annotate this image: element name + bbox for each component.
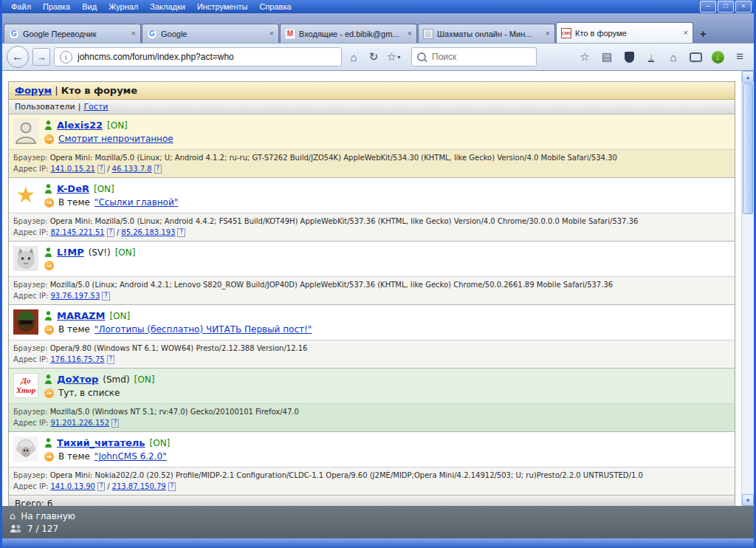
- tab-close-icon[interactable]: ×: [684, 29, 688, 37]
- user-avatar-default-person[interactable]: [13, 119, 38, 144]
- user-row: Alexis22 [ON] → Смотрит непрочитанное: [9, 114, 735, 178]
- footer-home-link[interactable]: На главную: [21, 511, 75, 521]
- guests-link[interactable]: Гости: [83, 102, 108, 112]
- menu-help[interactable]: Справка: [253, 1, 297, 12]
- scrollbar-track[interactable]: [742, 83, 754, 494]
- window-controls: – □ ×: [700, 1, 754, 13]
- browser-label: Браузер:: [13, 281, 47, 289]
- menu-bar: Файл Правка Вид Журнал Закладки Инструме…: [2, 0, 754, 13]
- online-status-badge: [ON]: [109, 311, 130, 321]
- user-avatar-cat[interactable]: [13, 246, 38, 271]
- adblock-shield-icon[interactable]: [621, 48, 637, 66]
- subnav-divider: |: [78, 102, 81, 112]
- ip-link[interactable]: 93.76.197.53: [50, 292, 100, 300]
- menu-view[interactable]: Вид: [76, 1, 103, 12]
- whois-link[interactable]: ?: [111, 419, 119, 428]
- scroll-down-button[interactable]: ▼: [742, 494, 754, 506]
- reading-list-icon[interactable]: ▤: [599, 48, 615, 66]
- hamburger-menu-icon[interactable]: ≡: [732, 48, 748, 66]
- whois-link[interactable]: ?: [154, 165, 162, 174]
- vertical-scrollbar[interactable]: ▲ ▼: [741, 71, 754, 506]
- ip-link[interactable]: 85.26.183.193: [121, 228, 175, 236]
- forward-button[interactable]: →: [32, 48, 50, 66]
- tab-google-translate[interactable]: G Google Переводчик ×: [4, 24, 141, 43]
- home-small-icon[interactable]: ⌂: [346, 48, 362, 66]
- green-download-icon: ↓: [712, 51, 724, 64]
- home-icon[interactable]: ⌂: [665, 48, 681, 66]
- menu-tools[interactable]: Инструменты: [191, 1, 254, 12]
- browser-value: Opera Mini: Mozilla/5.0 (Linux; Android …: [50, 217, 639, 225]
- users-online-icon: [10, 524, 22, 532]
- online-user-icon: [44, 120, 52, 130]
- whois-link[interactable]: ?: [107, 355, 114, 364]
- user-name-link[interactable]: ДоХтор: [57, 374, 98, 385]
- restore-button[interactable]: □: [718, 1, 734, 13]
- tab-close-icon[interactable]: ×: [408, 30, 412, 38]
- whois-link[interactable]: ?: [177, 228, 185, 237]
- url-bar[interactable]: i johncms.com/forum/index.php?act=who: [54, 47, 342, 66]
- whois-link[interactable]: ?: [107, 228, 114, 237]
- menu-bookmarks[interactable]: Закладки: [144, 1, 191, 12]
- activity-link[interactable]: Смотрит непрочитанное: [58, 134, 173, 144]
- savefrom-extension-icon[interactable]: ↓: [709, 48, 726, 66]
- ip-label: Адрес IP:: [13, 292, 48, 300]
- ip-link[interactable]: 213.87.150.79: [112, 482, 166, 490]
- tab-close-icon[interactable]: ×: [546, 30, 550, 38]
- chess-favicon-icon: ♘: [423, 29, 433, 39]
- ip-separator: /: [117, 228, 119, 236]
- ip-link[interactable]: 91.201.226.152: [50, 419, 109, 427]
- scroll-up-button[interactable]: ▲: [742, 71, 754, 83]
- user-name-link[interactable]: L!MP: [57, 247, 84, 258]
- tab-chess-online[interactable]: ♘ Шахматы онлайн - Мин... ×: [418, 24, 555, 43]
- user-suffix: (SV!): [89, 247, 111, 258]
- tab-google[interactable]: G Google ×: [142, 24, 279, 43]
- user-name-link[interactable]: Тихий_читатель: [57, 437, 145, 448]
- scrollbar-thumb[interactable]: [743, 83, 753, 214]
- new-tab-button[interactable]: +: [694, 24, 712, 42]
- toolbar-icons: ☆ ▤ ↓ ⌂ ↓ ≡: [577, 48, 749, 66]
- ip-label: Адрес IP:: [13, 165, 48, 173]
- menu-file[interactable]: Файл: [5, 1, 37, 12]
- back-button[interactable]: ←: [7, 46, 29, 68]
- activity-link[interactable]: "JohnCMS 6.2.0": [94, 451, 167, 462]
- menu-edit[interactable]: Правка: [37, 1, 76, 12]
- minimize-button[interactable]: –: [700, 1, 716, 13]
- user-name-link[interactable]: MARAZM: [57, 310, 105, 321]
- downloads-icon[interactable]: ↓: [643, 48, 659, 66]
- tab-close-icon[interactable]: ×: [131, 30, 136, 38]
- user-name-link[interactable]: Alexis22: [57, 120, 103, 131]
- search-box[interactable]: [411, 47, 537, 66]
- bookmark-star-icon[interactable]: ☆: [577, 48, 593, 66]
- whois-link[interactable]: ?: [97, 165, 105, 174]
- user-avatar-text[interactable]: До Хтор: [13, 373, 38, 398]
- shield-icon: [625, 52, 634, 63]
- user-avatar-face-sunglasses[interactable]: [13, 309, 38, 335]
- search-input[interactable]: [430, 51, 531, 63]
- quick-access-dropdown[interactable]: ☆ ▾: [385, 48, 402, 66]
- tab-close-icon[interactable]: ×: [269, 30, 274, 38]
- ip-link[interactable]: 141.0.13.90: [50, 482, 94, 490]
- user-avatar-sheep[interactable]: [13, 436, 38, 462]
- menu-history[interactable]: Журнал: [103, 1, 144, 12]
- tab-who-in-forum-active[interactable]: CMS Кто в форуме ×: [556, 22, 693, 43]
- user-name-link[interactable]: K-DeR: [57, 183, 89, 194]
- ip-link[interactable]: 46.133.7.8: [112, 165, 152, 173]
- user-row: Тихий_читатель [ON] → В теме "JohnCMS 6.…: [9, 432, 735, 496]
- whois-link[interactable]: ?: [97, 482, 105, 491]
- speech-bubble-icon: [690, 52, 702, 62]
- ip-link[interactable]: 82.145.221.51: [50, 228, 104, 236]
- tab-gmail-inbox[interactable]: M Входящие - ed.bibik@gm... ×: [280, 24, 417, 43]
- whois-link[interactable]: ?: [168, 482, 176, 491]
- user-avatar-star[interactable]: ★: [13, 182, 38, 208]
- url-text[interactable]: johncms.com/forum/index.php?act=who: [78, 52, 234, 62]
- site-info-icon[interactable]: i: [60, 51, 72, 64]
- close-button[interactable]: ×: [735, 1, 752, 13]
- reload-icon[interactable]: ↻: [365, 48, 382, 66]
- forum-link[interactable]: Форум: [15, 85, 52, 96]
- ip-link[interactable]: 176.116.75.75: [50, 355, 104, 363]
- ip-link[interactable]: 141.0.15.21: [50, 165, 94, 173]
- activity-link[interactable]: "Логотипы (бесплатно) ЧИТАТЬ Первый пост…: [94, 324, 312, 335]
- whois-link[interactable]: ?: [102, 292, 109, 301]
- activity-link[interactable]: "Ссылки главной": [94, 197, 178, 208]
- chat-extension-icon[interactable]: [687, 48, 704, 66]
